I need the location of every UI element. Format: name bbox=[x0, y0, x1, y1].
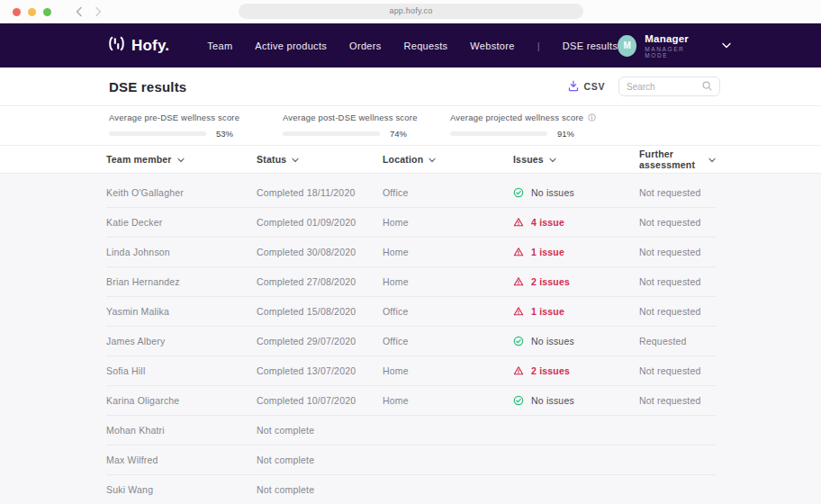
check-circle-icon bbox=[513, 187, 524, 198]
nav-link-requests[interactable]: Requests bbox=[403, 40, 447, 51]
table-row[interactable]: Karina Oligarche Completed 10/07/2020 Ho… bbox=[106, 386, 716, 416]
cell-further-assessment: Not requested bbox=[639, 247, 716, 257]
table-row[interactable]: James Albery Completed 29/07/2020 Office… bbox=[106, 327, 716, 356]
chevron-down-icon bbox=[292, 154, 299, 165]
cell-further-assessment: Not requested bbox=[639, 365, 716, 376]
user-menu[interactable]: M Manager MANAGER MODE bbox=[618, 33, 731, 58]
zoom-window-button[interactable] bbox=[43, 8, 51, 16]
nav-link-dse-results[interactable]: DSE results bbox=[563, 40, 618, 51]
cell-status: Completed 29/07/2020 bbox=[257, 336, 383, 346]
chevron-down-icon bbox=[708, 154, 716, 165]
score-track bbox=[109, 131, 206, 136]
cell-further-assessment: Not requested bbox=[639, 306, 716, 317]
table-row[interactable]: Max Wilfred Not complete bbox=[106, 446, 716, 475]
score-label: Average pre-DSE wellness score bbox=[109, 112, 239, 122]
csv-export-button[interactable]: CSV bbox=[568, 80, 605, 94]
warning-triangle-icon bbox=[513, 365, 524, 376]
search-box bbox=[618, 76, 720, 96]
table-row[interactable]: Keith O'Gallagher Completed 18/11/2020 O… bbox=[106, 178, 716, 208]
table-row[interactable]: Yasmin Malika Completed 15/08/2020 Offic… bbox=[106, 297, 716, 327]
chevron-down-icon bbox=[429, 154, 436, 165]
nav-link-team[interactable]: Team bbox=[207, 40, 232, 51]
page-title: DSE results bbox=[109, 79, 186, 94]
cell-location: Home bbox=[383, 365, 513, 376]
cell-team-member: Karina Oligarche bbox=[106, 395, 257, 406]
cell-status: Completed 18/11/2020 bbox=[257, 187, 383, 198]
search-input[interactable] bbox=[627, 82, 702, 92]
score-card: Average pre-DSE wellness score 53% bbox=[109, 112, 283, 139]
cell-team-member: James Albery bbox=[106, 336, 257, 346]
user-mode-badge: MANAGER MODE bbox=[645, 46, 703, 58]
issues-label: 1 issue bbox=[531, 306, 564, 317]
column-header-location[interactable]: Location bbox=[383, 154, 513, 165]
search-icon bbox=[702, 78, 712, 94]
cell-status: Completed 13/07/2020 bbox=[257, 365, 383, 376]
table-row[interactable]: Brian Hernandez Completed 27/08/2020 Hom… bbox=[106, 267, 716, 297]
column-header-issues[interactable]: Issues bbox=[513, 154, 639, 165]
cell-status: Completed 15/08/2020 bbox=[257, 306, 383, 317]
hofy-logo[interactable]: Hofy. bbox=[108, 36, 169, 55]
cell-location: Home bbox=[383, 217, 513, 228]
score-percent: 74% bbox=[390, 129, 407, 139]
score-track bbox=[450, 131, 547, 136]
score-card: Average post-DSE wellness score 74% bbox=[283, 112, 450, 139]
table-body: Keith O'Gallagher Completed 18/11/2020 O… bbox=[0, 174, 821, 504]
score-label: Average post-DSE wellness score bbox=[283, 112, 418, 122]
column-header-further-assessment[interactable]: Further assessment bbox=[639, 148, 716, 170]
url-bar[interactable]: app.hofy.co bbox=[239, 4, 583, 19]
table-row[interactable]: Linda Johnson Completed 30/08/2020 Home … bbox=[106, 238, 716, 267]
download-icon bbox=[568, 80, 579, 94]
column-label: Further assessment bbox=[639, 148, 703, 170]
warning-triangle-icon bbox=[513, 247, 524, 257]
cell-status: Completed 01/09/2020 bbox=[257, 217, 383, 228]
cell-further-assessment: Not requested bbox=[639, 395, 716, 406]
brand-name: Hofy. bbox=[131, 37, 169, 55]
cell-issues: 1 issue bbox=[513, 306, 639, 317]
cell-location: Office bbox=[383, 187, 513, 198]
window-controls bbox=[13, 8, 51, 16]
cell-team-member: Max Wilfred bbox=[106, 454, 257, 465]
cell-team-member: Katie Decker bbox=[106, 217, 257, 228]
cell-team-member: Sofia Hill bbox=[106, 365, 257, 376]
cell-team-member: Linda Johnson bbox=[106, 247, 257, 257]
minimize-window-button[interactable] bbox=[28, 8, 36, 16]
column-header-status[interactable]: Status bbox=[257, 154, 383, 165]
cell-issues: 2 issues bbox=[513, 365, 639, 376]
table-row[interactable]: Mohan Khatri Not complete bbox=[106, 416, 716, 446]
cell-issues: No issues bbox=[513, 336, 639, 346]
cell-team-member: Keith O'Gallagher bbox=[106, 187, 257, 198]
cell-issues: 2 issues bbox=[513, 276, 639, 287]
issues-label: 1 issue bbox=[531, 247, 564, 257]
cell-status: Not complete bbox=[257, 484, 383, 495]
cell-status: Not complete bbox=[257, 454, 383, 465]
chevron-down-icon bbox=[549, 154, 556, 165]
issues-label: No issues bbox=[531, 336, 574, 346]
table-row[interactable]: Sofia Hill Completed 13/07/2020 Home 2 i… bbox=[106, 356, 716, 386]
cell-location: Home bbox=[383, 276, 513, 287]
nav-link-webstore[interactable]: Webstore bbox=[470, 40, 514, 51]
warning-triangle-icon bbox=[513, 217, 524, 228]
wellness-scores: Average pre-DSE wellness score 53% Avera… bbox=[0, 106, 821, 146]
browser-chrome: app.hofy.co bbox=[0, 0, 821, 23]
nav-link-orders[interactable]: Orders bbox=[349, 40, 381, 51]
warning-triangle-icon bbox=[513, 306, 524, 317]
cell-further-assessment: Requested bbox=[639, 336, 716, 346]
cell-issues: No issues bbox=[513, 395, 639, 406]
score-track bbox=[283, 131, 380, 136]
score-percent: 53% bbox=[216, 129, 233, 139]
nav-link-active-products[interactable]: Active products bbox=[255, 40, 327, 51]
nav-divider: | bbox=[537, 40, 540, 51]
column-label: Status bbox=[257, 154, 286, 165]
cell-team-member: Brian Hernandez bbox=[106, 276, 257, 287]
column-header-team-member[interactable]: Team member bbox=[106, 154, 257, 165]
info-icon[interactable] bbox=[588, 113, 596, 122]
nav-links: TeamActive productsOrdersRequestsWebstor… bbox=[207, 40, 618, 51]
table-row[interactable]: Suki Wang Not complete bbox=[106, 475, 716, 504]
browser-back-button[interactable] bbox=[75, 6, 83, 17]
close-window-button[interactable] bbox=[13, 8, 21, 16]
table-row[interactable]: Katie Decker Completed 01/09/2020 Home 4… bbox=[106, 208, 716, 238]
score-percent: 91% bbox=[557, 129, 574, 139]
browser-forward-button[interactable] bbox=[95, 6, 103, 17]
cell-status: Completed 27/08/2020 bbox=[257, 276, 383, 287]
page-header: DSE results CSV bbox=[0, 68, 821, 106]
